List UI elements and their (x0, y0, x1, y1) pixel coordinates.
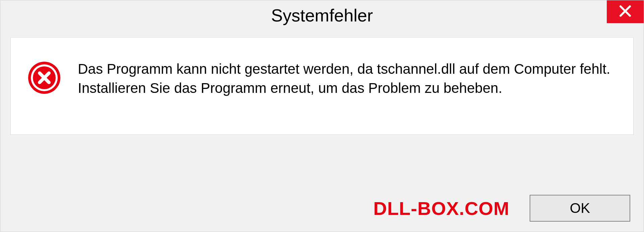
error-message: Das Programm kann nicht gestartet werden… (78, 58, 616, 98)
dialog-title: Systemfehler (271, 5, 373, 25)
watermark-text: DLL-BOX.COM (373, 197, 509, 219)
titlebar: Systemfehler (0, 0, 644, 31)
close-icon (619, 4, 632, 19)
ok-button[interactable]: OK (530, 195, 630, 222)
error-icon (28, 61, 61, 95)
content-panel: Das Programm kann nicht gestartet werden… (10, 37, 634, 135)
error-dialog: Systemfehler Das Programm kann nicht ges… (0, 0, 644, 232)
close-button[interactable] (607, 0, 644, 23)
ok-button-label: OK (570, 200, 590, 216)
dialog-footer: DLL-BOX.COM OK (0, 185, 644, 232)
